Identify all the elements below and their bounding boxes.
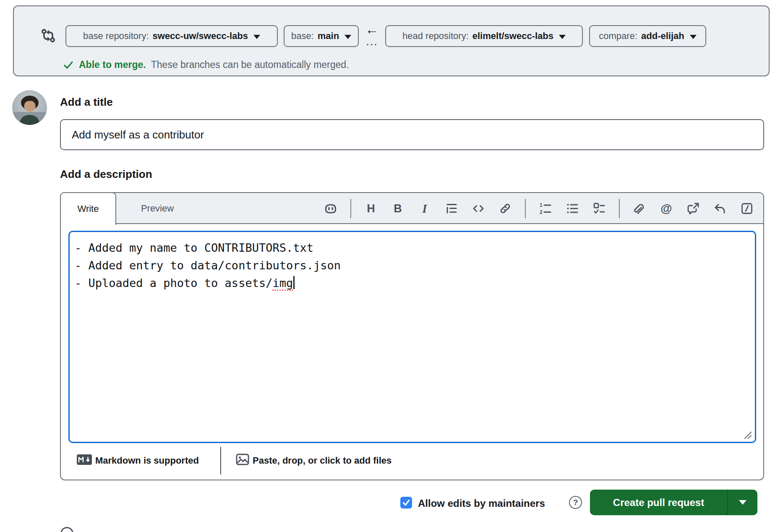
copilot-icon[interactable] xyxy=(324,201,338,216)
title-input[interactable] xyxy=(60,119,764,150)
description-line: - Added entry to data/contributors.json xyxy=(75,257,746,274)
base-repository-label: base repository: xyxy=(83,31,149,42)
allow-edits-label: Allow edits by maintainers xyxy=(418,498,545,509)
create-pull-request-label: Create pull request xyxy=(590,490,727,515)
git-compare-icon xyxy=(41,28,56,43)
markdown-icon[interactable] xyxy=(77,454,92,465)
editor-header: Write Preview H B xyxy=(61,193,763,224)
markdown-toolbar: H B I xyxy=(324,193,754,224)
resize-handle[interactable] xyxy=(743,430,752,440)
description-editor: Write Preview H B xyxy=(60,192,764,480)
compare-branch-value: add-elijah xyxy=(641,31,684,42)
add-description-heading: Add a description xyxy=(60,168,152,181)
help-glyph: ? xyxy=(573,498,578,507)
base-branch-value: main xyxy=(318,31,339,42)
bold-icon[interactable]: B xyxy=(391,201,405,216)
description-line: - Added my name to CONTRIBUTORS.txt xyxy=(75,239,746,257)
slash-command-icon[interactable] xyxy=(740,201,754,216)
compare-branch-dropdown[interactable]: compare: add-elijah xyxy=(589,25,706,47)
add-title-heading: Add a title xyxy=(60,96,113,109)
base-branch-dropdown[interactable]: base: main xyxy=(284,25,359,47)
footer-divider xyxy=(220,447,221,475)
create-options-dropdown[interactable] xyxy=(728,490,757,515)
cross-reference-icon[interactable] xyxy=(686,201,700,216)
clipped-circle-icon xyxy=(60,527,73,532)
help-icon[interactable]: ? xyxy=(569,496,582,509)
chevron-down-icon xyxy=(559,35,566,39)
description-textarea[interactable]: - Added my name to CONTRIBUTORS.txt - Ad… xyxy=(68,231,756,443)
head-repository-label: head repository: xyxy=(402,31,469,42)
svg-text:2: 2 xyxy=(540,209,543,215)
head-repository-value: elimelt/swecc-labs xyxy=(472,31,553,42)
attach-files-note[interactable]: Paste, drop, or click to add files xyxy=(253,455,392,466)
unordered-list-icon[interactable] xyxy=(565,201,579,216)
quote-icon[interactable] xyxy=(444,201,459,216)
toolbar-divider xyxy=(525,199,526,218)
tab-preview-label: Preview xyxy=(141,203,174,214)
italic-glyph: I xyxy=(422,202,427,216)
editor-footer: Markdown is supported Paste, drop, or cl… xyxy=(61,443,763,480)
allow-edits-checkbox[interactable] xyxy=(400,497,412,509)
markdown-supported-note[interactable]: Markdown is supported xyxy=(95,455,199,466)
svg-text:1: 1 xyxy=(540,202,543,208)
reply-icon[interactable] xyxy=(713,201,727,216)
description-line: - Uploaded a photo to assets/img xyxy=(75,274,746,292)
tab-preview[interactable]: Preview xyxy=(124,193,191,224)
ordered-list-icon[interactable]: 1 2 xyxy=(538,201,553,216)
base-repository-dropdown[interactable]: base repository: swecc-uw/swecc-labs xyxy=(65,25,278,47)
check-icon xyxy=(63,60,74,70)
branch-compare-bar: base repository: swecc-uw/swecc-labs bas… xyxy=(13,5,770,76)
base-branch-label: base: xyxy=(291,31,314,42)
tab-write[interactable]: Write xyxy=(60,192,116,225)
chevron-down-icon xyxy=(739,500,746,505)
code-icon[interactable] xyxy=(471,201,485,216)
check-icon xyxy=(402,498,411,507)
head-repository-dropdown[interactable]: head repository: elimelt/swecc-labs xyxy=(385,25,583,47)
toolbar-divider xyxy=(619,199,620,218)
merge-status-text: These branches can be automatically merg… xyxy=(151,59,349,70)
text-cursor xyxy=(293,276,295,289)
toolbar-divider xyxy=(350,199,351,218)
paperclip-icon[interactable] xyxy=(632,201,647,216)
create-pull-request-page: base repository: swecc-uw/swecc-labs bas… xyxy=(0,0,783,532)
merge-status-bold: Able to merge. xyxy=(79,59,146,70)
base-repository-value: swecc-uw/swecc-labs xyxy=(153,31,248,42)
overflow-ellipsis-icon: … xyxy=(365,34,379,48)
compare-branch-label: compare: xyxy=(599,31,637,42)
description-line3-prefix: - Uploaded a photo to assets/ xyxy=(75,276,272,289)
link-icon[interactable] xyxy=(498,201,512,216)
chevron-down-icon xyxy=(690,35,697,39)
misspelled-word: img xyxy=(272,276,293,291)
tasklist-icon[interactable] xyxy=(592,201,606,216)
bold-glyph: B xyxy=(394,202,402,215)
mention-icon[interactable]: @ xyxy=(659,201,673,216)
mention-glyph: @ xyxy=(660,202,672,215)
tab-write-label: Write xyxy=(78,203,99,214)
chevron-down-icon xyxy=(345,35,351,39)
chevron-down-icon xyxy=(253,35,260,39)
heading-icon[interactable]: H xyxy=(364,201,378,216)
avatar xyxy=(12,90,47,125)
merge-status: Able to merge. These branches can be aut… xyxy=(63,59,349,70)
heading-glyph: H xyxy=(367,202,375,215)
create-pull-request-button[interactable]: Create pull request xyxy=(590,490,757,515)
italic-icon[interactable]: I xyxy=(418,201,432,216)
image-icon xyxy=(236,454,249,465)
